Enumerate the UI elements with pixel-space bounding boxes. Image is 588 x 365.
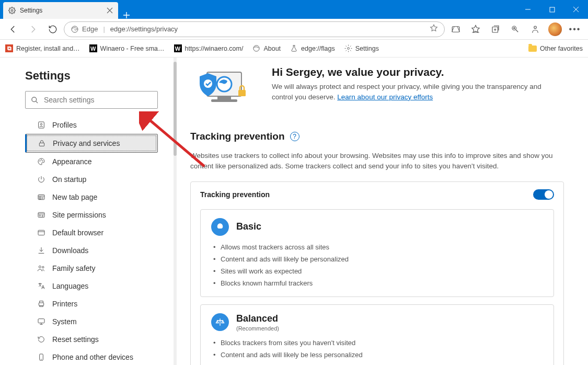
maximize-button[interactable] bbox=[540, 0, 564, 19]
window-icon bbox=[37, 228, 46, 237]
nav-on-startup[interactable]: On startup bbox=[25, 170, 158, 188]
tracking-option-basic[interactable]: Basic Allows most trackers across all si… bbox=[200, 209, 554, 297]
window-close-button[interactable] bbox=[564, 0, 588, 19]
svg-point-20 bbox=[39, 215, 41, 216]
nav-new-tab[interactable]: New tab page bbox=[25, 188, 158, 206]
feedback-icon[interactable] bbox=[506, 21, 524, 38]
tracking-option-balanced[interactable]: Balanced (Recommended) Blocks trackers f… bbox=[200, 304, 554, 366]
bookmark-favicon: W bbox=[89, 44, 97, 52]
nav-languages[interactable]: Languages bbox=[25, 277, 158, 295]
nav-appearance[interactable]: Appearance bbox=[25, 153, 158, 170]
settings-sidebar: Settings Profiles Privacy and services A… bbox=[0, 58, 166, 365]
collections-icon[interactable] bbox=[487, 21, 504, 38]
tracking-card-title: Tracking prevention bbox=[200, 190, 270, 199]
balanced-title: Balanced bbox=[236, 313, 279, 324]
svg-point-16 bbox=[42, 161, 43, 161]
hero-title: Hi Sergey, we value your privacy. bbox=[272, 66, 564, 78]
svg-point-0 bbox=[11, 9, 13, 12]
svg-point-31 bbox=[217, 77, 232, 92]
privacy-hero-text: Hi Sergey, we value your privacy. We wil… bbox=[272, 66, 564, 102]
favorites-icon[interactable] bbox=[467, 21, 485, 38]
tracking-toggle[interactable] bbox=[533, 189, 554, 200]
profile-avatar[interactable] bbox=[546, 21, 564, 38]
edge-icon bbox=[71, 25, 79, 33]
tab-strip: Settings bbox=[0, 0, 135, 19]
search-input[interactable] bbox=[44, 96, 152, 104]
more-menu-button[interactable]: ••• bbox=[566, 21, 584, 38]
nav-family[interactable]: Family safety bbox=[25, 259, 158, 277]
omnibox[interactable]: Edge | edge://settings/privacy bbox=[64, 21, 445, 37]
hero-body: We will always protect and respect your … bbox=[272, 82, 564, 102]
svg-point-32 bbox=[204, 79, 212, 88]
nav-phone[interactable]: Phone and other devices bbox=[25, 348, 158, 365]
bookmark-settings[interactable]: Settings bbox=[344, 44, 379, 52]
back-button[interactable] bbox=[4, 21, 22, 38]
gear-icon bbox=[8, 7, 16, 14]
forward-button[interactable] bbox=[24, 21, 42, 38]
newtab-icon bbox=[37, 192, 46, 202]
bookmark-other-favorites[interactable]: Other favorites bbox=[528, 45, 583, 52]
nav-site-permissions[interactable]: Site permissions bbox=[25, 206, 158, 224]
bookmark-flags[interactable]: edge://flags bbox=[290, 44, 335, 52]
tab-close-icon[interactable] bbox=[107, 7, 113, 14]
nav-system[interactable]: System bbox=[25, 313, 158, 330]
svg-rect-1 bbox=[550, 7, 555, 12]
settings-content: Settings Profiles Privacy and services A… bbox=[0, 58, 588, 365]
minimize-button[interactable] bbox=[516, 0, 540, 19]
bookmark-about[interactable]: About bbox=[252, 44, 281, 52]
privacy-learn-link[interactable]: Learn about our privacy efforts bbox=[337, 93, 433, 101]
svg-point-8 bbox=[253, 45, 259, 51]
svg-point-22 bbox=[39, 266, 41, 268]
svg-point-9 bbox=[347, 48, 349, 50]
tracking-desc: Websites use trackers to collect info ab… bbox=[190, 151, 564, 172]
svg-rect-13 bbox=[39, 143, 44, 146]
scrollbar-thumb[interactable] bbox=[174, 62, 177, 156]
svg-point-7 bbox=[534, 26, 537, 29]
edge-icon bbox=[252, 44, 260, 52]
favorite-star-icon[interactable] bbox=[430, 24, 438, 34]
svg-rect-18 bbox=[39, 197, 41, 199]
svg-rect-21 bbox=[38, 230, 44, 235]
settings-search[interactable] bbox=[25, 91, 158, 109]
bookmark-register[interactable]: ⧉Register, install and… bbox=[5, 44, 80, 52]
svg-rect-33 bbox=[238, 90, 246, 96]
bookmark-winaero-url[interactable]: Whttps://winaero.com/ bbox=[174, 44, 244, 52]
new-tab-button[interactable] bbox=[118, 12, 135, 19]
family-icon bbox=[37, 264, 46, 273]
omnibox-separator: | bbox=[103, 25, 105, 33]
nav-reset[interactable]: Reset settings bbox=[25, 330, 158, 348]
svg-point-14 bbox=[40, 161, 40, 161]
lock-icon bbox=[37, 139, 47, 148]
bookmark-favicon: W bbox=[174, 44, 182, 52]
site-identity[interactable]: Edge bbox=[71, 25, 98, 33]
svg-point-15 bbox=[41, 159, 41, 160]
profile-icon bbox=[37, 120, 46, 130]
gear-icon bbox=[344, 44, 352, 52]
avatar-icon bbox=[548, 22, 562, 36]
power-icon bbox=[37, 175, 46, 184]
printer-icon bbox=[37, 299, 46, 309]
browser-tab-settings[interactable]: Settings bbox=[3, 2, 118, 19]
tracking-prevention-icon[interactable] bbox=[447, 21, 465, 38]
nav-printers[interactable]: Printers bbox=[25, 295, 158, 313]
refresh-button[interactable] bbox=[44, 21, 62, 38]
svg-point-10 bbox=[32, 97, 37, 101]
nav-privacy-services[interactable]: Privacy and services bbox=[25, 134, 158, 153]
extensions-icon[interactable] bbox=[526, 21, 544, 38]
scrollbar-track[interactable] bbox=[174, 58, 177, 365]
site-id-label: Edge bbox=[82, 25, 98, 33]
tab-title: Settings bbox=[20, 7, 42, 14]
download-icon bbox=[37, 246, 46, 255]
help-icon[interactable]: ? bbox=[290, 132, 299, 141]
svg-point-23 bbox=[42, 266, 44, 268]
phone-icon bbox=[37, 352, 46, 362]
address-bar: Edge | edge://settings/privacy ••• bbox=[0, 19, 588, 40]
nav-profiles[interactable]: Profiles bbox=[25, 116, 158, 134]
svg-rect-25 bbox=[38, 319, 44, 323]
url-text: edge://settings/privacy bbox=[110, 25, 178, 33]
bookmark-winaero[interactable]: WWinaero - Free sma… bbox=[89, 44, 165, 52]
svg-rect-24 bbox=[39, 303, 43, 305]
nav-default-browser[interactable]: Default browser bbox=[25, 224, 158, 242]
flask-icon bbox=[290, 44, 298, 52]
nav-downloads[interactable]: Downloads bbox=[25, 242, 158, 259]
